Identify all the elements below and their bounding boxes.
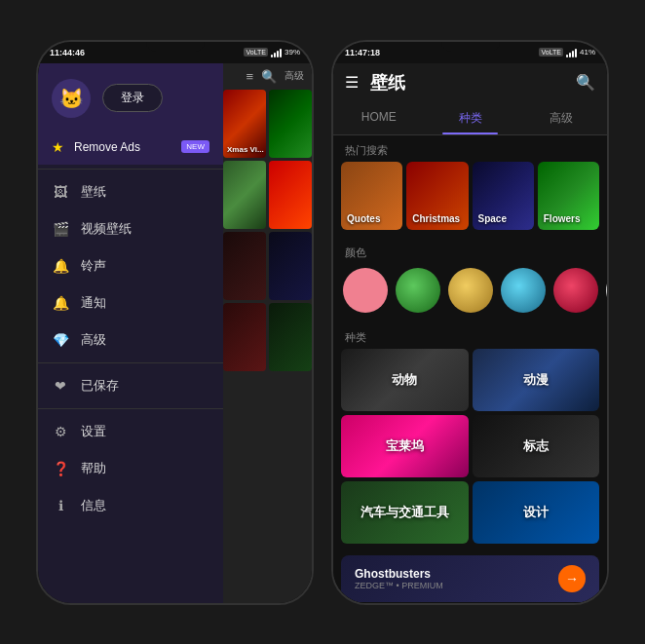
thumb-xmas1[interactable]: Xmas Vi...: [223, 90, 266, 158]
status-icons-right: VoLTE 41%: [539, 48, 595, 57]
cat-anime[interactable]: 动漫: [473, 349, 600, 411]
cat-anime-label: 动漫: [523, 371, 549, 389]
signal-right: [566, 48, 577, 57]
battery-right: 41%: [580, 48, 595, 57]
hot-search-grid: Quotes Christmas Space Flowers: [333, 162, 607, 238]
promo-banner[interactable]: Ghostbusters ZEDGE™ • PREMIUM →: [341, 555, 599, 602]
thumb-extra2[interactable]: [269, 232, 312, 300]
remove-ads-item[interactable]: ★ Remove Ads NEW: [38, 130, 223, 165]
thumb-row-2: [223, 161, 312, 229]
colors-row: [333, 264, 607, 322]
time-right: 11:47:18: [345, 48, 380, 57]
color-gold[interactable]: [448, 268, 493, 313]
color-red[interactable]: [553, 268, 598, 313]
settings-icon: ⚙: [52, 424, 69, 439]
notch-left: [146, 42, 205, 52]
drawer-item-notification[interactable]: 🔔 通知: [38, 284, 223, 322]
tab-bar: HOME 种类 高级: [333, 102, 607, 135]
wallpaper-icon: 🖼: [52, 184, 69, 200]
app-header: ☰ 壁纸 🔍: [333, 63, 607, 102]
drawer-item-saved[interactable]: ❤ 已保存: [38, 367, 223, 404]
drawer-item-help[interactable]: ❓ 帮助: [38, 450, 223, 487]
time-left: 11:44:46: [50, 48, 85, 57]
menu-icon[interactable]: ☰: [345, 73, 359, 92]
tab-categories[interactable]: 种类: [425, 102, 516, 134]
cat-animals-label: 动物: [392, 371, 417, 389]
screen-right: 11:47:18 VoLTE 41% ☰ 壁纸 🔍: [333, 42, 607, 603]
status-icons-left: VoLTE 39%: [244, 48, 300, 57]
new-badge: NEW: [181, 140, 209, 153]
help-icon: ❓: [52, 461, 69, 476]
drawer-label-ringtone: 铃声: [81, 257, 106, 275]
divider3: [38, 408, 223, 409]
drawer-item-ringtone[interactable]: 🔔 铃声: [38, 247, 223, 284]
phone-left: 11:44:46 VoLTE 39% 🐱 登录: [36, 40, 314, 605]
thumb-extra4[interactable]: [269, 303, 312, 371]
thumb-row-1: Xmas Vi...: [223, 90, 312, 158]
color-blue[interactable]: [501, 268, 546, 313]
notch-right: [441, 42, 500, 52]
remove-ads-label: Remove Ads: [74, 140, 171, 154]
cat-cars[interactable]: 汽车与交通工具: [341, 481, 469, 544]
cat-logo-label: 标志: [523, 437, 549, 455]
divider2: [38, 362, 223, 363]
phone2-app: ☰ 壁纸 🔍 HOME 种类 高级 热门搜索 Quotes: [333, 63, 607, 603]
thumb-row-3: [223, 232, 312, 300]
video-icon: 🎬: [52, 221, 69, 237]
promo-arrow-icon[interactable]: →: [558, 565, 586, 592]
hot-flowers-label: Flowers: [544, 213, 581, 224]
hot-flowers[interactable]: Flowers: [538, 162, 599, 230]
app-title: 壁纸: [370, 71, 564, 95]
star-icon: ★: [52, 139, 64, 155]
hot-christmas-label: Christmas: [412, 213, 460, 224]
phone-right: 11:47:18 VoLTE 41% ☰ 壁纸 🔍: [331, 40, 609, 605]
thumb-xmas2[interactable]: [269, 90, 312, 158]
promo-text: Ghostbusters ZEDGE™ • PREMIUM: [355, 567, 550, 590]
divider1: [38, 169, 223, 170]
color-pink[interactable]: [343, 268, 388, 313]
thumb-red[interactable]: [269, 161, 312, 229]
cat-bollywood[interactable]: 宝莱坞: [341, 415, 469, 477]
hot-christmas[interactable]: Christmas: [406, 162, 468, 230]
tab-premium[interactable]: 高级: [515, 102, 607, 134]
search-button[interactable]: 🔍: [576, 73, 595, 92]
phone1-body: 🐱 登录 ★ Remove Ads NEW 🖼 壁纸: [38, 63, 312, 603]
thumb-extra1[interactable]: [223, 232, 266, 300]
screen-left: 11:44:46 VoLTE 39% 🐱 登录: [38, 42, 312, 603]
thumb-grinch[interactable]: [223, 161, 266, 229]
drawer-item-settings[interactable]: ⚙ 设置: [38, 413, 223, 450]
thumb-row-4: [223, 303, 312, 371]
ph1-top-bar: ≡ 🔍 高级: [223, 63, 312, 90]
color-extra[interactable]: [606, 268, 607, 313]
categories-title: 种类: [333, 322, 607, 349]
info-icon: ℹ: [52, 498, 69, 513]
drawer-label-premium: 高级: [81, 331, 106, 349]
hot-quotes-label: Quotes: [347, 213, 380, 224]
drawer-label-video: 视频壁纸: [81, 220, 132, 238]
drawer-item-info[interactable]: ℹ 信息: [38, 487, 223, 524]
premium-icon: 💎: [52, 332, 69, 348]
network-badge-left: VoLTE: [244, 48, 268, 57]
categories-grid: 动物 动漫 宝莱坞 标志 汽车与交通工具: [333, 349, 607, 551]
promo-subtitle: ZEDGE™ • PREMIUM: [355, 581, 550, 590]
tab-home[interactable]: HOME: [333, 102, 425, 134]
drawer-item-video[interactable]: 🎬 视频壁纸: [38, 210, 223, 247]
login-button[interactable]: 登录: [102, 84, 163, 112]
drawer-item-wallpaper[interactable]: 🖼 壁纸: [38, 173, 223, 210]
thumb-extra3[interactable]: [223, 303, 266, 371]
color-green[interactable]: [396, 268, 440, 313]
hot-space[interactable]: Space: [473, 162, 534, 230]
colors-title: 颜色: [333, 238, 607, 264]
drawer-item-premium[interactable]: 💎 高级: [38, 322, 223, 359]
cat-logo[interactable]: 标志: [473, 415, 600, 477]
hot-quotes[interactable]: Quotes: [341, 162, 402, 230]
notification-icon: 🔔: [52, 295, 69, 311]
drawer-label-info: 信息: [81, 497, 106, 514]
signal-left: [271, 48, 282, 57]
ringtone-icon: 🔔: [52, 258, 69, 274]
drawer-header: 🐱 登录: [38, 63, 223, 130]
app-content: 热门搜索 Quotes Christmas Space Flowers: [333, 135, 607, 603]
avatar: 🐱: [52, 79, 91, 118]
cat-animals[interactable]: 动物: [341, 349, 469, 411]
cat-design[interactable]: 设计: [473, 481, 600, 544]
